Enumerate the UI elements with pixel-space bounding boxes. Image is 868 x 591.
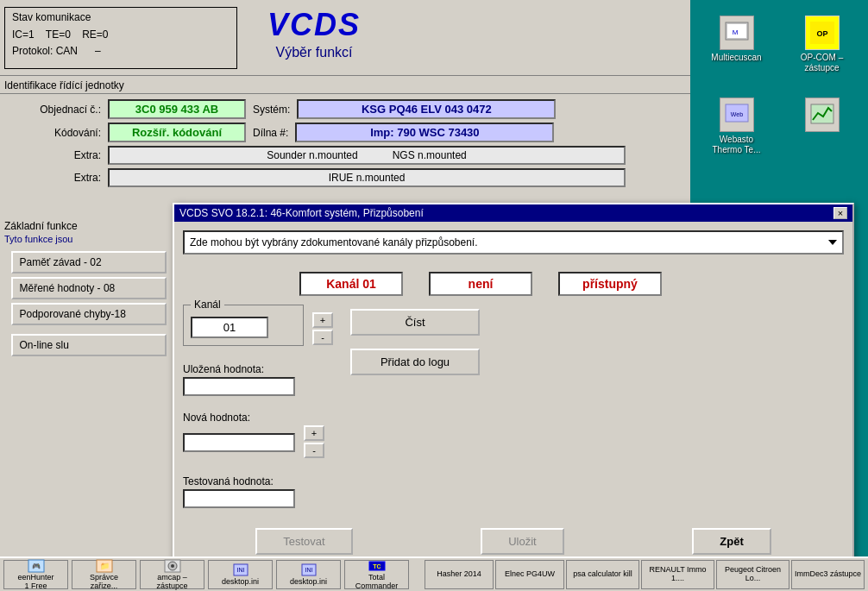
taskbar-label-totalcommander: TotalCommander: [355, 574, 399, 591]
identifikace-title: Identifikace řídící jednotky: [0, 76, 690, 94]
online-btn[interactable]: On-line slu: [11, 334, 167, 356]
desktop-icon-graph[interactable]: [792, 97, 852, 155]
nova-input[interactable]: [183, 433, 295, 452]
stav-title: Stav komunikace: [12, 11, 230, 23]
id-row-2: Kódování: Rozšíř. kódování Dílna #: Imp:…: [0, 123, 690, 142]
svg-text:INI: INI: [305, 567, 312, 573]
svg-text:🎮: 🎮: [32, 562, 41, 570]
minus-btn[interactable]: -: [312, 330, 333, 345]
plus-minus-btns: + -: [312, 312, 333, 347]
kanal-display-row: Kanál 01 není přístupný: [183, 272, 844, 296]
modal-body: Zde mohou být vybrány zdokumentované kan…: [174, 222, 852, 563]
kanal-group-legend: Kanál: [191, 299, 224, 311]
desktop-icons: M Multiecuscan OP OP-COM – zástupce Web: [690, 0, 868, 171]
desktop-icon-multiecuscan[interactable]: M Multiecuscan: [707, 16, 767, 73]
plus-btn[interactable]: +: [312, 312, 333, 328]
taskbar-status-renault[interactable]: RENAULT Immo 1....: [641, 560, 714, 589]
taskbar-status-items: Hasher 2014 Elnec PG4UW psa calculator k…: [425, 560, 865, 589]
ulozena-group: Uložená hodnota:: [183, 363, 333, 396]
extra-label-2: Extra:: [4, 172, 108, 184]
kanal-group-box: Kanál: [183, 305, 304, 346]
stav-te: TE=0: [46, 28, 71, 41]
taskbar-item-spravce[interactable]: 📁 Správcezařize...: [72, 560, 136, 589]
objednaci-value: 3C0 959 433 AB: [108, 99, 246, 119]
modal-close-btn[interactable]: ×: [833, 207, 847, 219]
taskbar-label-eenhunter: eenHunter1 Free: [17, 574, 53, 591]
svg-text:Web: Web: [730, 111, 742, 117]
kanal-input[interactable]: [191, 317, 268, 338]
taskbar-label-spravce: Správcezařize...: [90, 574, 118, 591]
taskbar-status-psa[interactable]: psa calculator kill: [566, 560, 639, 589]
taskbar-item-eenhunter[interactable]: 🎮 eenHunter1 Free: [3, 560, 68, 589]
multiecuscan-icon: M: [720, 16, 754, 50]
opcom-icon: OP: [805, 16, 840, 50]
ulozit-btn[interactable]: Uložit: [481, 528, 564, 555]
svg-text:OP: OP: [816, 29, 827, 38]
system-value: KSG PQ46 ELV 043 0472: [297, 99, 556, 119]
vyber-funkci: Výběr funkcí: [267, 45, 361, 60]
modal-dropdown[interactable]: Zde mohou být vybrány zdokumentované kan…: [183, 230, 844, 255]
modal-left: Kanál + - Uložená hodnota:: [183, 305, 333, 515]
desktop-icon-opcom[interactable]: OP OP-COM – zástupce: [792, 16, 852, 73]
vcds-title-area: VCDS Výběr funkcí: [267, 7, 361, 60]
dilna-value: Imp: 790 WSC 73430: [295, 123, 554, 142]
stav-re: RE=0: [82, 28, 108, 41]
zpet-btn[interactable]: Zpět: [692, 528, 771, 555]
taskbar-status-peugeot[interactable]: Peugeot Citroen Lo...: [716, 560, 789, 589]
kodovani-value: Rozšíř. kódování: [108, 123, 246, 142]
merene-hodnoty-btn[interactable]: Měřené hodnoty - 08: [11, 277, 167, 299]
ulozena-label: Uložená hodnota:: [183, 363, 333, 375]
svg-text:INI: INI: [236, 567, 244, 573]
webasto-icon: Web: [720, 97, 754, 132]
taskbar-status-hasher[interactable]: Hasher 2014: [425, 560, 494, 589]
kanal-display: Kanál 01: [299, 272, 403, 296]
system-separator: Systém:: [253, 104, 290, 116]
eenhunter-icon: 🎮: [28, 559, 45, 573]
extra-val-sounder: Sounder n.mounted: [267, 149, 357, 161]
taskbar-item-desktop2[interactable]: INI desktop.ini: [276, 560, 341, 589]
modal-right: Číst Přidat do logu: [350, 305, 480, 375]
svg-rect-7: [811, 104, 833, 123]
taskbar-label-desktop2: desktop.ini: [290, 578, 327, 587]
modal-title: VCDS SVO 18.2.1: 46-Komfort systém, Přiz…: [179, 207, 424, 219]
extra-row-2: Extra: IRUE n.mounted: [0, 168, 690, 187]
testovana-group: Testovaná hodnota:: [183, 475, 333, 508]
taskbar-item-desktop1[interactable]: INI desktop.ini: [208, 560, 273, 589]
ulozena-input[interactable]: [183, 377, 295, 396]
kanal-input-group: Kanál + -: [183, 305, 333, 355]
dilna-separator: Dílna #:: [253, 127, 288, 139]
stav-dash: –: [95, 45, 101, 57]
header-area: Stav komunikace IC=1 TE=0 RE=0 Protokol:…: [0, 0, 690, 76]
testovat-btn[interactable]: Testovat: [255, 528, 352, 555]
pameti-zavad-btn[interactable]: Paměť závad - 02: [11, 251, 167, 273]
desktop2-icon: INI: [300, 563, 318, 577]
svg-text:M: M: [732, 28, 738, 36]
extra-values-1: Sounder n.mounted NGS n.mounted: [108, 146, 626, 165]
nova-minus-btn[interactable]: -: [304, 443, 324, 458]
svg-text:TC: TC: [373, 563, 381, 569]
kanal-status: není: [429, 272, 532, 296]
dropdown-arrow-icon: [828, 240, 837, 245]
testovana-label: Testovaná hodnota:: [183, 475, 333, 487]
taskbar-item-totalcommander[interactable]: TC TotalCommander: [344, 560, 409, 589]
taskbar-status-elnec[interactable]: Elnec PG4UW: [495, 560, 564, 589]
taskbar-status-immdec[interactable]: ImmDec3 zástupce: [791, 560, 865, 589]
podporovane-chyby-btn[interactable]: Podporované chyby-18: [11, 303, 167, 325]
modal-titlebar: VCDS SVO 18.2.1: 46-Komfort systém, Přiz…: [174, 204, 852, 222]
extra-values-2: IRUE n.mounted: [108, 168, 626, 187]
amcap-icon: [164, 559, 181, 573]
extra-label-1: Extra:: [4, 149, 108, 161]
immdec-label: ImmDec3 zástupce: [795, 570, 861, 579]
nova-plus-btn[interactable]: +: [304, 425, 324, 441]
svg-point-14: [171, 564, 174, 568]
extra-val-irue: IRUE n.mounted: [329, 172, 406, 184]
taskbar-item-amcap[interactable]: amcap –zástupce: [140, 560, 204, 589]
pridat-btn[interactable]: Přidat do logu: [350, 349, 480, 375]
taskbar: 🎮 eenHunter1 Free 📁 Správcezařize... amc…: [0, 556, 868, 591]
testovana-input[interactable]: [183, 489, 295, 508]
desktop-icon-webasto[interactable]: Web WebastoThermo Te...: [707, 97, 767, 155]
cist-btn[interactable]: Číst: [350, 309, 480, 336]
identifikace-section: Identifikace řídící jednotky Objednací č…: [0, 76, 690, 198]
vcds-title: VCDS: [267, 7, 361, 43]
sidebar-title: Základní funkce: [4, 220, 173, 232]
